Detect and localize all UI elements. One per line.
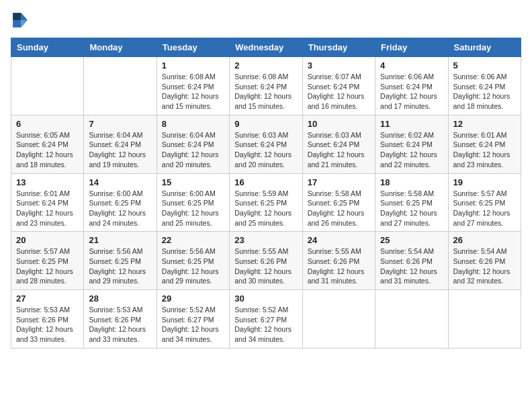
day-info: Sunrise: 5:58 AM Sunset: 6:25 PM Dayligh… [380, 189, 443, 228]
day-info: Sunrise: 6:05 AM Sunset: 6:24 PM Dayligh… [16, 130, 79, 170]
day-info: Sunrise: 6:03 AM Sunset: 6:24 PM Dayligh… [308, 130, 370, 170]
calendar-cell: 23Sunrise: 5:55 AM Sunset: 6:26 PM Dayli… [230, 232, 302, 290]
svg-marker-0 [21, 13, 28, 20]
calendar-cell: 29Sunrise: 5:52 AM Sunset: 6:27 PM Dayli… [157, 290, 229, 349]
day-number: 25 [380, 235, 443, 245]
col-header-monday: Monday [84, 38, 157, 57]
calendar-cell: 8Sunrise: 6:04 AM Sunset: 6:24 PM Daylig… [157, 115, 229, 173]
day-info: Sunrise: 6:00 AM Sunset: 6:25 PM Dayligh… [162, 189, 224, 228]
day-info: Sunrise: 5:56 AM Sunset: 6:25 PM Dayligh… [162, 246, 224, 286]
day-number: 17 [308, 177, 370, 187]
calendar-cell: 22Sunrise: 5:56 AM Sunset: 6:25 PM Dayli… [157, 232, 229, 290]
day-number: 27 [16, 293, 79, 304]
calendar-cell: 12Sunrise: 6:01 AM Sunset: 6:24 PM Dayli… [448, 115, 521, 173]
calendar-cell: 9Sunrise: 6:03 AM Sunset: 6:24 PM Daylig… [230, 115, 302, 173]
page-header [11, 11, 521, 30]
day-number: 24 [308, 235, 370, 245]
day-number: 18 [380, 177, 443, 187]
col-header-thursday: Thursday [302, 38, 375, 57]
day-info: Sunrise: 5:54 AM Sunset: 6:26 PM Dayligh… [453, 246, 516, 286]
svg-rect-3 [13, 20, 21, 28]
calendar-week-5: 27Sunrise: 5:53 AM Sunset: 6:26 PM Dayli… [11, 290, 521, 349]
day-number: 19 [453, 177, 516, 187]
day-info: Sunrise: 5:56 AM Sunset: 6:25 PM Dayligh… [89, 246, 151, 286]
day-info: Sunrise: 5:52 AM Sunset: 6:27 PM Dayligh… [162, 305, 224, 345]
calendar-cell: 5Sunrise: 6:06 AM Sunset: 6:24 PM Daylig… [448, 57, 521, 116]
svg-rect-2 [13, 13, 21, 20]
calendar-cell [11, 57, 84, 116]
calendar-cell: 1Sunrise: 6:08 AM Sunset: 6:24 PM Daylig… [157, 57, 229, 116]
col-header-saturday: Saturday [448, 38, 521, 57]
calendar-cell [302, 290, 375, 349]
calendar-cell: 28Sunrise: 5:53 AM Sunset: 6:26 PM Dayli… [84, 290, 157, 349]
calendar-cell: 21Sunrise: 5:56 AM Sunset: 6:25 PM Dayli… [84, 232, 157, 290]
day-info: Sunrise: 6:02 AM Sunset: 6:24 PM Dayligh… [380, 130, 443, 170]
day-number: 23 [234, 235, 297, 245]
calendar-cell: 10Sunrise: 6:03 AM Sunset: 6:24 PM Dayli… [302, 115, 375, 173]
day-number: 28 [89, 293, 151, 304]
day-number: 9 [234, 119, 297, 129]
day-info: Sunrise: 6:04 AM Sunset: 6:24 PM Dayligh… [89, 130, 151, 170]
day-number: 4 [380, 60, 443, 71]
calendar-cell: 20Sunrise: 5:57 AM Sunset: 6:25 PM Dayli… [11, 232, 84, 290]
calendar-cell: 7Sunrise: 6:04 AM Sunset: 6:24 PM Daylig… [84, 115, 157, 173]
calendar-cell: 25Sunrise: 5:54 AM Sunset: 6:26 PM Dayli… [375, 232, 448, 290]
calendar-cell: 13Sunrise: 6:01 AM Sunset: 6:24 PM Dayli… [11, 173, 84, 232]
day-info: Sunrise: 6:03 AM Sunset: 6:24 PM Dayligh… [234, 130, 297, 170]
day-number: 26 [453, 235, 516, 245]
day-number: 12 [453, 119, 516, 129]
day-number: 7 [89, 119, 151, 129]
day-info: Sunrise: 5:59 AM Sunset: 6:25 PM Dayligh… [234, 189, 297, 228]
calendar-cell [448, 290, 521, 349]
day-number: 2 [234, 60, 297, 71]
day-number: 22 [162, 235, 224, 245]
day-info: Sunrise: 5:52 AM Sunset: 6:27 PM Dayligh… [234, 305, 297, 345]
day-info: Sunrise: 6:08 AM Sunset: 6:24 PM Dayligh… [234, 72, 297, 111]
calendar-week-2: 6Sunrise: 6:05 AM Sunset: 6:24 PM Daylig… [11, 115, 521, 173]
day-info: Sunrise: 6:00 AM Sunset: 6:25 PM Dayligh… [89, 189, 151, 228]
calendar-cell: 6Sunrise: 6:05 AM Sunset: 6:24 PM Daylig… [11, 115, 84, 173]
day-number: 8 [162, 119, 224, 129]
calendar-cell: 2Sunrise: 6:08 AM Sunset: 6:24 PM Daylig… [230, 57, 302, 116]
calendar-week-3: 13Sunrise: 6:01 AM Sunset: 6:24 PM Dayli… [11, 173, 521, 232]
logo [11, 11, 32, 30]
day-number: 20 [16, 235, 79, 245]
calendar-cell: 14Sunrise: 6:00 AM Sunset: 6:25 PM Dayli… [84, 173, 157, 232]
calendar-cell [84, 57, 157, 116]
day-info: Sunrise: 5:53 AM Sunset: 6:26 PM Dayligh… [89, 305, 151, 345]
day-info: Sunrise: 5:54 AM Sunset: 6:26 PM Dayligh… [380, 246, 443, 286]
calendar-week-4: 20Sunrise: 5:57 AM Sunset: 6:25 PM Dayli… [11, 232, 521, 290]
calendar-week-1: 1Sunrise: 6:08 AM Sunset: 6:24 PM Daylig… [11, 57, 521, 116]
calendar-cell: 18Sunrise: 5:58 AM Sunset: 6:25 PM Dayli… [375, 173, 448, 232]
calendar-cell: 27Sunrise: 5:53 AM Sunset: 6:26 PM Dayli… [11, 290, 84, 349]
calendar-table: SundayMondayTuesdayWednesdayThursdayFrid… [11, 38, 521, 349]
calendar-cell [375, 290, 448, 349]
day-number: 29 [162, 293, 224, 304]
day-number: 3 [308, 60, 370, 71]
day-number: 30 [234, 293, 297, 304]
calendar-header-row: SundayMondayTuesdayWednesdayThursdayFrid… [11, 38, 521, 57]
day-number: 13 [16, 177, 79, 187]
calendar-cell: 19Sunrise: 5:57 AM Sunset: 6:25 PM Dayli… [448, 173, 521, 232]
day-info: Sunrise: 6:01 AM Sunset: 6:24 PM Dayligh… [16, 189, 79, 228]
day-info: Sunrise: 5:57 AM Sunset: 6:25 PM Dayligh… [16, 246, 79, 286]
day-number: 6 [16, 119, 79, 129]
col-header-tuesday: Tuesday [157, 38, 229, 57]
day-number: 11 [380, 119, 443, 129]
calendar-cell: 11Sunrise: 6:02 AM Sunset: 6:24 PM Dayli… [375, 115, 448, 173]
day-number: 1 [162, 60, 224, 71]
day-info: Sunrise: 5:55 AM Sunset: 6:26 PM Dayligh… [308, 246, 370, 286]
day-info: Sunrise: 6:08 AM Sunset: 6:24 PM Dayligh… [162, 72, 224, 111]
day-info: Sunrise: 6:01 AM Sunset: 6:24 PM Dayligh… [453, 130, 516, 170]
calendar-cell: 30Sunrise: 5:52 AM Sunset: 6:27 PM Dayli… [230, 290, 302, 349]
day-number: 5 [453, 60, 516, 71]
col-header-wednesday: Wednesday [230, 38, 302, 57]
calendar-cell: 15Sunrise: 6:00 AM Sunset: 6:25 PM Dayli… [157, 173, 229, 232]
calendar-cell: 17Sunrise: 5:58 AM Sunset: 6:25 PM Dayli… [302, 173, 375, 232]
day-number: 10 [308, 119, 370, 129]
day-info: Sunrise: 5:58 AM Sunset: 6:25 PM Dayligh… [308, 189, 370, 228]
calendar-cell: 16Sunrise: 5:59 AM Sunset: 6:25 PM Dayli… [230, 173, 302, 232]
calendar-cell: 26Sunrise: 5:54 AM Sunset: 6:26 PM Dayli… [448, 232, 521, 290]
calendar-cell: 4Sunrise: 6:06 AM Sunset: 6:24 PM Daylig… [375, 57, 448, 116]
day-info: Sunrise: 5:55 AM Sunset: 6:26 PM Dayligh… [234, 246, 297, 286]
